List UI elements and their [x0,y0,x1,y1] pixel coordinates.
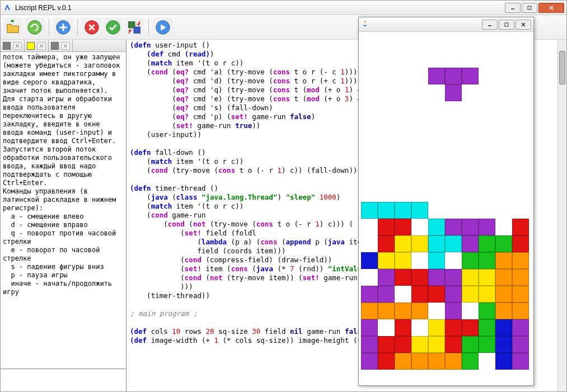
tetris-cell [512,202,529,219]
close-button[interactable] [538,3,564,13]
tetris-cell [445,168,462,185]
tetris-cell [411,353,428,370]
tetris-cell [411,168,428,185]
app-icon [3,3,12,12]
tetris-cell [495,101,512,118]
tetris-cell [445,353,462,370]
tetris-cell [378,101,395,118]
tetris-cell [411,101,428,118]
tetris-cell [395,51,411,68]
tetris-cell [495,118,512,135]
tetris-cell [495,168,512,185]
tetris-cell [411,219,428,235]
tetris-cell [462,286,479,303]
tetris-cell [428,101,445,118]
tetris-cell [462,202,479,219]
titlebar[interactable]: Liscript REPL v.0.1 [1,1,566,15]
tetris-cell [378,252,395,269]
tetris-cell [479,68,495,84]
tetris-cell [495,319,512,336]
tetris-cell [428,84,445,101]
minimize-button[interactable] [505,3,521,13]
tetris-cell [462,353,479,370]
tetris-cell [462,269,479,286]
tetris-cell [445,101,462,118]
accept-button[interactable] [104,18,123,37]
tetris-cell [495,185,512,202]
tetris-cell [462,84,479,101]
tetris-cell [479,51,495,68]
delete-button[interactable] [82,18,101,37]
tetris-cell [395,101,411,118]
tetris-cell [378,202,395,219]
tetris-cell [395,286,411,303]
tetris-cell [411,202,428,219]
tetris-cell [495,219,512,235]
tetris-close-button[interactable] [516,20,531,30]
tetris-cell [428,319,445,336]
java-icon [361,20,369,29]
tetris-cell [378,34,395,51]
tetris-cell [445,336,462,353]
tetris-cell [361,185,378,202]
tetris-cell [445,269,462,286]
tab-close-icon[interactable] [61,42,70,50]
tetris-minimize-button[interactable] [482,20,498,30]
tetris-cell [428,185,445,202]
tetris-window[interactable] [358,17,534,386]
run-button[interactable] [153,18,172,37]
add-button[interactable] [54,18,73,37]
info-text: поток таймера, он уже запущен (можете уб… [1,52,126,369]
tab-0[interactable] [1,40,25,51]
tetris-cell [445,185,462,202]
tetris-cell [495,135,512,152]
tetris-cell [445,84,462,101]
tetris-cell [512,68,529,84]
tetris-cell [512,353,529,370]
toolbar-separator [49,19,49,36]
tetris-cell [411,51,428,68]
tetris-cell [479,353,495,370]
swap-button[interactable] [125,18,144,37]
scroll-thumb[interactable] [559,51,565,84]
tetris-cell [462,235,479,252]
tetris-cell [495,51,512,68]
tab-close-icon[interactable] [37,42,46,50]
tetris-cell [378,51,395,68]
tetris-cell [462,135,479,152]
tetris-cell [428,269,445,286]
tetris-maximize-button[interactable] [499,20,514,30]
tetris-cell [479,202,495,219]
tetris-cell [428,353,445,370]
tetris-cell [512,319,529,336]
tetris-cell [378,84,395,101]
tetris-cell [361,168,378,185]
scrollbar[interactable] [557,40,566,391]
tetris-cell [462,185,479,202]
tab-2[interactable] [49,40,73,51]
tab-close-icon[interactable] [13,42,22,50]
tetris-cell [428,252,445,269]
tetris-titlebar[interactable] [359,17,533,32]
tetris-cell [395,269,411,286]
tetris-cell [462,319,479,336]
tetris-cell [411,68,428,84]
tetris-cell [462,152,479,168]
tetris-cell [512,118,529,135]
open-button[interactable] [4,18,23,37]
tetris-cell [361,68,378,84]
tetris-cell [411,252,428,269]
tab-1[interactable] [25,40,49,51]
tetris-cell [512,235,529,252]
tab-status-icon [27,42,35,50]
tab-status-icon [51,42,59,50]
tetris-cell [395,202,411,219]
refresh-button[interactable] [25,18,44,37]
tetris-cell [479,135,495,152]
command-input[interactable] [1,369,126,391]
tetris-cell [512,152,529,168]
tetris-cell [479,34,495,51]
tetris-cell [428,118,445,135]
maximize-button[interactable] [522,3,537,13]
tetris-cell [462,219,479,235]
